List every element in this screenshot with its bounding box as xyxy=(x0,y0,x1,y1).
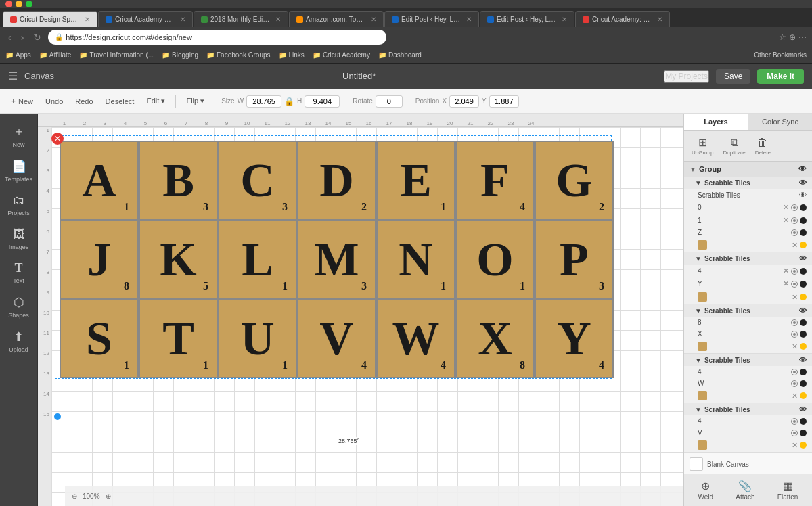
layer-x-1[interactable]: ✕ xyxy=(783,216,789,225)
bookmark-dashboard[interactable]: 📁 Dashboard xyxy=(378,51,422,59)
tab-close-2[interactable]: ✕ xyxy=(275,16,281,23)
tile-O[interactable]: O 1 xyxy=(455,220,535,299)
layer-item-Vb[interactable]: V xyxy=(684,427,812,438)
make-it-button[interactable]: Make It xyxy=(757,69,804,84)
tile-M[interactable]: M 3 xyxy=(297,220,376,299)
width-input[interactable] xyxy=(246,95,281,108)
layer-x-color-5[interactable]: ✕ xyxy=(792,441,798,450)
layer-item-0[interactable]: 0 ✕ xyxy=(684,201,812,214)
tile-C[interactable]: C 3 xyxy=(218,141,297,220)
subgroup-4-vis[interactable]: 👁 xyxy=(799,356,807,364)
subgroup-4-header[interactable]: ▼ Scrabble Tiles 👁 xyxy=(684,354,812,366)
sidebar-item-projects[interactable]: 🗂 Projects xyxy=(1,189,37,221)
tile-N[interactable]: N 1 xyxy=(376,220,455,299)
delete-button[interactable]: 🗑 Delete xyxy=(752,135,774,157)
layer-item-color-2[interactable]: ✕ xyxy=(684,290,812,304)
forward-button[interactable]: › xyxy=(18,30,27,44)
sidebar-item-upload[interactable]: ⬆ Upload xyxy=(1,325,37,357)
rotate-input[interactable] xyxy=(376,95,403,108)
save-button[interactable]: Save xyxy=(716,69,750,84)
bookmark-affiliate[interactable]: 📁 Affiliate xyxy=(39,51,72,59)
layer-item-Z[interactable]: Z xyxy=(684,227,812,238)
bookmark-facebook[interactable]: 📁 Facebook Groups xyxy=(206,51,271,59)
layer-x-4a[interactable]: ✕ xyxy=(783,267,789,275)
layer-item-scrabble-tiles-label[interactable]: Scrabble Tiles 👁 xyxy=(684,189,812,201)
tab-4[interactable]: Edit Post ‹ Hey, Let's Make S... ✕ xyxy=(384,11,479,27)
tile-Y[interactable]: Y 4 xyxy=(535,299,614,378)
traffic-light-green[interactable] xyxy=(26,1,32,7)
tile-G[interactable]: G 2 xyxy=(535,141,614,220)
tab-1[interactable]: Cricut Academy Course Info... ✕ xyxy=(98,11,193,27)
tile-X[interactable]: X 8 xyxy=(455,299,535,378)
extension-icon[interactable]: ⊕ xyxy=(789,32,796,42)
tile-W[interactable]: W 4 xyxy=(376,299,455,378)
layer-x-color-2[interactable]: ✕ xyxy=(792,293,798,302)
deselect-button[interactable]: Deselect xyxy=(102,95,139,108)
sidebar-item-text[interactable]: T Text xyxy=(1,257,37,288)
layer-item-4b[interactable]: 4 xyxy=(684,366,812,377)
sidebar-item-templates[interactable]: 📄 Templates xyxy=(1,155,37,187)
flip-button[interactable]: Flip ▾ xyxy=(182,95,208,108)
layer-item-color-1[interactable]: ✕ xyxy=(684,238,812,252)
edit-button[interactable]: Edit ▾ xyxy=(142,95,169,108)
height-input[interactable] xyxy=(304,95,340,108)
subgroup-5-vis[interactable]: 👁 xyxy=(799,405,807,413)
tab-3[interactable]: Amazon.com: Tooling Leather... ✕ xyxy=(289,11,384,27)
star-icon[interactable]: ☆ xyxy=(779,32,786,42)
bookmark-travel[interactable]: 📁 Travel Information (... xyxy=(79,51,154,59)
subgroup-2-vis[interactable]: 👁 xyxy=(799,254,807,262)
tile-P[interactable]: P 3 xyxy=(535,220,614,299)
tile-L[interactable]: L 1 xyxy=(218,220,297,299)
canvas-viewport[interactable]: ✕ A 1 B 3 xyxy=(51,127,683,506)
hamburger-icon[interactable]: ☰ xyxy=(8,70,18,83)
tab-layers[interactable]: Layers xyxy=(684,114,748,130)
layer-item-Ya[interactable]: Y ✕ xyxy=(684,277,812,290)
tab-close-1[interactable]: ✕ xyxy=(180,16,185,23)
layer-x-color-4[interactable]: ✕ xyxy=(792,392,798,400)
tile-E[interactable]: E 1 xyxy=(376,141,455,220)
refresh-button[interactable]: ↻ xyxy=(30,30,44,44)
x-input[interactable] xyxy=(449,95,479,108)
layer-item-color-4[interactable]: ✕ xyxy=(684,389,812,402)
tile-F[interactable]: F 4 xyxy=(455,141,535,220)
redo-button[interactable]: Redo xyxy=(71,95,97,108)
tab-close-6[interactable]: ✕ xyxy=(657,16,662,23)
bookmark-apps[interactable]: 📁 Apps xyxy=(5,51,31,59)
ungroup-button[interactable]: ⊞ UnGroup xyxy=(688,135,717,157)
layer-item-8[interactable]: 8 xyxy=(684,317,812,328)
layer-x-Ya[interactable]: ✕ xyxy=(783,279,789,288)
sidebar-item-images[interactable]: 🖼 Images xyxy=(1,223,37,254)
tab-cricut-design-space[interactable]: Cricut Design Space ✕ xyxy=(3,11,97,27)
subgroup-5-header[interactable]: ▼ Scrabble Tiles 👁 xyxy=(684,403,812,415)
subgroup-3-vis[interactable]: 👁 xyxy=(799,306,807,315)
tab-close-5[interactable]: ✕ xyxy=(562,16,567,23)
layer-item-color-3[interactable]: ✕ xyxy=(684,340,812,353)
tile-T[interactable]: T 1 xyxy=(139,299,218,378)
subgroup-1-header[interactable]: ▼ Scrabble Tiles 👁 xyxy=(684,177,812,189)
traffic-light-yellow[interactable] xyxy=(16,1,22,7)
subgroup-1-vis[interactable]: 👁 xyxy=(799,179,807,187)
tab-6[interactable]: Cricut Academy: Projects &... ✕ xyxy=(575,11,670,27)
new-button[interactable]: ＋ New xyxy=(5,94,37,108)
bookmark-links[interactable]: 📁 Links xyxy=(279,51,304,59)
tile-V[interactable]: V 4 xyxy=(297,299,376,378)
traffic-light-red[interactable] xyxy=(5,1,12,7)
attach-button[interactable]: 📎 Attach xyxy=(732,478,758,502)
duplicate-button[interactable]: ⧉ Duplicate xyxy=(719,135,748,157)
layer-x-color-3[interactable]: ✕ xyxy=(792,342,798,351)
tile-U[interactable]: U 1 xyxy=(218,299,297,378)
address-input[interactable]: 🔒 https://design.cricut.com/#/design/new xyxy=(48,30,386,45)
layer-item-Wb[interactable]: W xyxy=(684,377,812,389)
layer-x-color-1[interactable]: ✕ xyxy=(792,241,798,250)
tab-color-sync[interactable]: Color Sync xyxy=(748,114,812,130)
menu-icon[interactable]: ⋯ xyxy=(798,32,807,42)
weld-button[interactable]: ⊕ Weld xyxy=(695,478,717,502)
tab-2[interactable]: 2018 Monthly Editorial Calen... ✕ xyxy=(194,11,288,27)
y-input[interactable] xyxy=(489,95,519,108)
tab-close-4[interactable]: ✕ xyxy=(466,16,472,23)
layer-item-Xb[interactable]: X xyxy=(684,328,812,340)
back-button[interactable]: ‹ xyxy=(5,30,14,44)
delete-selection-button[interactable]: ✕ xyxy=(51,133,64,145)
tab-close-3[interactable]: ✕ xyxy=(371,16,376,23)
sidebar-item-shapes[interactable]: ⬡ Shapes xyxy=(1,291,37,323)
